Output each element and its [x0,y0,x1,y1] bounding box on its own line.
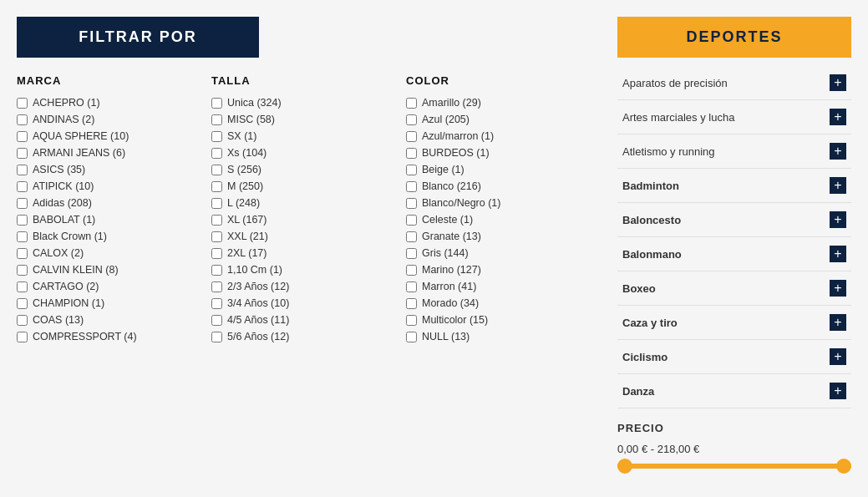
marca-header: MARCA [17,74,211,87]
marca-item: ASICS (35) [17,164,211,175]
sport-item[interactable]: Boxeo+ [617,271,851,306]
talla-item-label: L (248) [227,197,260,209]
color-checkbox[interactable] [406,332,417,342]
talla-checkbox[interactable] [211,165,222,175]
talla-item-label: XXL (21) [227,231,268,242]
color-item-label: Azul/marron (1) [422,130,494,142]
color-checkbox[interactable] [406,265,417,276]
talla-item-label: 5/6 Años (12) [227,331,289,342]
talla-item: L (248) [211,197,406,209]
marca-checkbox[interactable] [17,114,28,125]
talla-item-label: 4/5 Años (11) [227,314,289,326]
talla-checkbox[interactable] [211,281,222,292]
color-checkbox[interactable] [406,315,417,326]
talla-item: XL (167) [211,214,406,226]
marca-checkbox[interactable] [17,198,28,209]
color-checkbox[interactable] [406,298,417,309]
deportes-list: Aparatos de precisión+Artes marciales y … [617,66,851,408]
color-checkbox[interactable] [406,281,417,292]
marca-item: ARMANI JEANS (6) [17,147,211,159]
plus-icon[interactable]: + [830,74,846,91]
color-checkbox[interactable] [406,248,417,259]
plus-icon[interactable]: + [830,383,846,399]
talla-checkbox[interactable] [211,332,222,342]
sport-item-label: Baloncesto [622,214,681,226]
sport-item[interactable]: Ciclismo+ [617,340,851,374]
marca-checkbox[interactable] [17,131,28,142]
talla-item: 3/4 Años (10) [211,297,406,309]
talla-checkbox[interactable] [211,114,222,125]
marca-item: COAS (13) [17,314,211,326]
talla-item: MISC (58) [211,114,406,125]
talla-checkbox[interactable] [211,131,222,142]
color-checkbox[interactable] [406,131,417,142]
sport-item[interactable]: Artes marciales y lucha+ [617,100,851,134]
color-checkbox[interactable] [406,114,417,125]
talla-checkbox[interactable] [211,215,222,226]
plus-icon[interactable]: + [830,177,846,194]
color-item-label: Amarillo (29) [422,97,481,109]
color-item: Granate (13) [406,231,601,242]
marca-checkbox[interactable] [17,248,28,259]
marca-checkbox[interactable] [17,332,28,342]
sport-item[interactable]: Caza y tiro+ [617,306,851,340]
plus-icon[interactable]: + [830,280,846,297]
marca-item-label: CALOX (2) [33,247,84,259]
precio-section: PRECIO 0,00 € - 218,00 € [617,422,851,469]
sport-item-label: Badminton [622,180,679,192]
color-item-label: Azul (205) [422,114,470,125]
marca-item: ANDINAS (2) [17,114,211,125]
talla-checkbox[interactable] [211,298,222,309]
talla-checkbox[interactable] [211,98,222,109]
talla-checkbox[interactable] [211,248,222,259]
marca-item: Adidas (208) [17,197,211,209]
talla-checkbox[interactable] [211,181,222,192]
sport-item[interactable]: Aparatos de precisión+ [617,66,851,100]
slider-thumb-right[interactable] [836,459,851,474]
talla-checkbox[interactable] [211,315,222,326]
plus-icon[interactable]: + [830,109,846,125]
sport-item[interactable]: Atletismo y running+ [617,134,851,169]
marca-checkbox[interactable] [17,165,28,175]
plus-icon[interactable]: + [830,348,846,365]
talla-checkbox[interactable] [211,198,222,209]
sport-item[interactable]: Baloncesto+ [617,203,851,237]
slider-thumb-left[interactable] [617,459,632,474]
talla-checkbox[interactable] [211,231,222,242]
marca-checkbox[interactable] [17,315,28,326]
sport-item[interactable]: Danza+ [617,374,851,408]
plus-icon[interactable]: + [830,246,846,262]
marca-checkbox[interactable] [17,231,28,242]
marca-column: MARCA ACHEPRO (1)ANDINAS (2)AQUA SPHERE … [17,74,211,347]
marca-checkbox[interactable] [17,181,28,192]
color-checkbox[interactable] [406,231,417,242]
talla-item-label: Xs (104) [227,147,266,159]
color-column: COLOR Amarillo (29)Azul (205)Azul/marron… [406,74,601,347]
sport-item-label: Artes marciales y lucha [622,111,734,124]
plus-icon[interactable]: + [830,314,846,331]
color-item-label: Blanco (216) [422,180,481,192]
talla-checkbox[interactable] [211,148,222,159]
color-checkbox[interactable] [406,198,417,209]
marca-checkbox[interactable] [17,298,28,309]
marca-checkbox[interactable] [17,148,28,159]
price-slider[interactable] [617,464,851,469]
sport-item-label: Boxeo [622,282,656,295]
marca-checkbox[interactable] [17,265,28,276]
color-checkbox[interactable] [406,215,417,226]
marca-item-label: COMPRESSPORT (4) [33,331,137,342]
color-checkbox[interactable] [406,98,417,109]
plus-icon[interactable]: + [830,211,846,228]
sport-item-label: Ciclismo [622,351,667,363]
marca-checkbox[interactable] [17,98,28,109]
color-item: Marino (127) [406,264,601,276]
color-checkbox[interactable] [406,165,417,175]
color-checkbox[interactable] [406,148,417,159]
marca-checkbox[interactable] [17,215,28,226]
marca-checkbox[interactable] [17,281,28,292]
sport-item[interactable]: Balonmano+ [617,237,851,271]
plus-icon[interactable]: + [830,143,846,160]
talla-checkbox[interactable] [211,265,222,276]
color-checkbox[interactable] [406,181,417,192]
sport-item[interactable]: Badminton+ [617,169,851,203]
